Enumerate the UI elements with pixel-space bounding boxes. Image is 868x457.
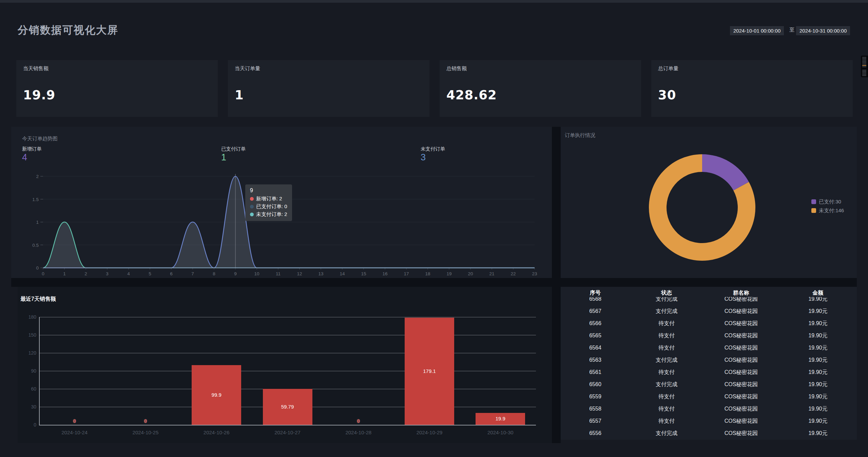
svg-text:1: 1 (63, 271, 66, 276)
table-row[interactable]: 6563支付完成COS秘密花园19.90元 (561, 354, 857, 366)
table-row[interactable]: 6566待支付COS秘密花园19.90元 (561, 317, 857, 330)
table-header-status: 状态 (630, 287, 703, 297)
svg-text:8: 8 (213, 271, 215, 276)
group-name-cell: COS秘密花园 (703, 354, 779, 366)
stat-card-today-sales: 当天销售额 19.9 (16, 60, 218, 117)
order-id-cell: 6556 (561, 427, 630, 439)
amount-cell: 19.90元 (779, 342, 857, 354)
top-strip (0, 0, 868, 3)
bar-zero-label: 0 (135, 418, 156, 424)
date-range-start[interactable]: 2024-10-01 00:00:00 (730, 26, 784, 35)
stat-card-today-orders: 当天订单量 1 (228, 60, 429, 117)
bar-value-label: 179.1 (405, 368, 454, 374)
amount-cell: 19.90元 (779, 317, 857, 330)
orders-table-panel: 序号 状态 群名称 金额 6568支付完成COS秘密花园19.90元6567支付… (561, 287, 857, 440)
group-name-cell: COS秘密花园 (703, 297, 779, 305)
minimap-scrollbar[interactable] (861, 56, 868, 77)
status-cell: 支付完成 (630, 378, 703, 391)
status-cell: 待支付 (630, 415, 703, 427)
order-execution-panel: 订单执行情况 已支付:30未支付:146 (561, 127, 857, 278)
group-name-cell: COS秘密花园 (703, 305, 779, 317)
column-gap (551, 287, 561, 443)
bar-value-label: 59.79 (263, 404, 312, 410)
column-gap (551, 127, 561, 277)
table-row[interactable]: 6560支付完成COS秘密花园19.90元 (561, 378, 857, 391)
svg-text:1.5: 1.5 (32, 197, 39, 202)
stat-label: 当天销售额 (23, 65, 49, 72)
bar-x-tick: 2024-10-28 (325, 430, 392, 435)
svg-text:2: 2 (36, 174, 39, 179)
dashboard: 分销数据可视化大屏 2024-10-01 00:00:00 至 2024-10-… (0, 0, 868, 457)
amount-cell: 19.90元 (779, 415, 857, 427)
status-cell: 待支付 (630, 403, 703, 415)
svg-text:9: 9 (234, 271, 237, 276)
svg-text:3: 3 (106, 271, 109, 276)
svg-text:17: 17 (404, 271, 409, 276)
stat-label: 当天订单量 (235, 65, 260, 72)
amount-cell: 19.90元 (779, 297, 857, 305)
table-scroll-area[interactable]: 6568支付完成COS秘密花园19.90元6567支付完成COS秘密花园19.9… (561, 297, 857, 440)
legend-item[interactable]: 已支付:30 (811, 197, 844, 206)
date-range-end[interactable]: 2024-10-31 00:00:00 (796, 26, 850, 35)
svg-text:21: 21 (489, 271, 494, 276)
svg-text:4: 4 (127, 271, 130, 276)
table-row[interactable]: 6565待支付COS秘密花园19.90元 (561, 330, 857, 342)
table-row[interactable]: 6567支付完成COS秘密花园19.90元 (561, 305, 857, 317)
order-id-cell: 6565 (561, 330, 630, 342)
tooltip-series-row: 新增订单: 2 (250, 196, 287, 202)
order-id-cell: 6560 (561, 378, 630, 391)
amount-cell: 19.90元 (779, 366, 857, 378)
row-gap (11, 277, 857, 287)
table-row[interactable]: 6556支付完成COS秘密花园19.90元 (561, 427, 857, 439)
bar-y-tick: 90 (20, 368, 36, 374)
legend-item[interactable]: 未支付:146 (811, 206, 844, 215)
bar-y-tick: 120 (20, 350, 36, 356)
svg-text:11: 11 (276, 271, 281, 276)
table-row[interactable]: 6558待支付COS秘密花园19.90元 (561, 403, 857, 415)
group-name-cell: COS秘密花园 (703, 427, 779, 439)
status-cell: 支付完成 (630, 427, 703, 439)
svg-text:2: 2 (84, 271, 87, 276)
stat-value: 30 (658, 88, 676, 102)
status-cell: 待支付 (630, 317, 703, 330)
svg-text:12: 12 (297, 271, 302, 276)
stat-value: 19.9 (23, 88, 55, 102)
svg-text:22: 22 (510, 271, 516, 276)
amount-cell: 19.90元 (779, 403, 857, 415)
bar-zero-label: 0 (348, 418, 369, 424)
svg-text:10: 10 (254, 271, 259, 276)
page-title: 分销数据可视化大屏 (18, 23, 118, 37)
tooltip-hour: 9 (250, 187, 287, 194)
stat-value: 428.62 (446, 88, 497, 102)
stat-label: 总销售额 (446, 65, 467, 72)
table-row[interactable]: 6564待支付COS秘密花园19.90元 (561, 342, 857, 354)
status-cell: 支付完成 (630, 354, 703, 366)
bar-x-tick: 2024-10-26 (182, 430, 250, 435)
svg-text:0.5: 0.5 (32, 243, 39, 248)
group-name-cell: COS秘密花园 (703, 415, 779, 427)
legend-marker-icon (811, 208, 816, 213)
svg-text:20: 20 (468, 271, 473, 276)
today-order-trend-panel: 今天订单趋势图 新增订单 4 已支付订单 1 未支付订单 3 00.511.52… (11, 127, 552, 278)
svg-text:16: 16 (382, 271, 387, 276)
order-id-cell: 6561 (561, 366, 630, 378)
svg-text:19: 19 (446, 271, 451, 276)
legend-marker-icon (811, 199, 816, 204)
svg-text:6: 6 (170, 271, 173, 276)
table-header-group: 群名称 (703, 287, 779, 297)
tooltip-series-text: 已支付订单: 0 (256, 203, 287, 210)
table-row[interactable]: 6557待支付COS秘密花园19.90元 (561, 415, 857, 427)
amount-cell: 19.90元 (779, 427, 857, 439)
svg-text:0: 0 (42, 271, 44, 276)
table-row[interactable]: 6559待支付COS秘密花园19.90元 (561, 391, 857, 403)
bar-y-tick: 0 (20, 422, 36, 428)
table-row[interactable]: 6568支付完成COS秘密花园19.90元 (561, 297, 857, 305)
table-header-id: 序号 (561, 287, 630, 297)
table-row[interactable]: 6561待支付COS秘密花园19.90元 (561, 366, 857, 378)
svg-text:1: 1 (36, 220, 39, 225)
stat-label: 总订单量 (658, 65, 678, 72)
order-id-cell: 6568 (561, 297, 630, 305)
svg-text:14: 14 (340, 271, 345, 276)
donut-legend[interactable]: 已支付:30未支付:146 (811, 197, 844, 215)
group-name-cell: COS秘密花园 (703, 342, 779, 354)
